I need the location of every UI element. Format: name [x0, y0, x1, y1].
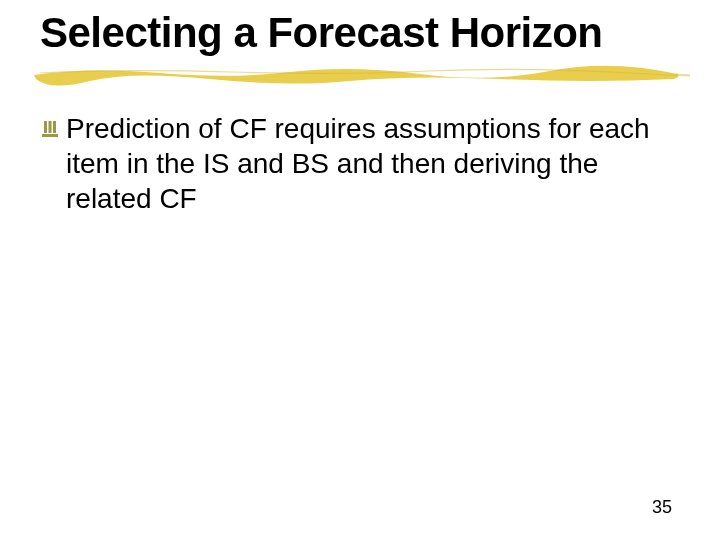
svg-rect-0	[44, 121, 47, 133]
svg-rect-3	[42, 134, 58, 137]
title-underline	[40, 67, 680, 87]
dingbat-bullet-icon	[40, 115, 64, 143]
page-number: 35	[652, 497, 672, 518]
slide: Selecting a Forecast Horizon Prediction …	[0, 0, 720, 540]
slide-title: Selecting a Forecast Horizon	[40, 10, 680, 55]
svg-rect-2	[53, 121, 56, 133]
svg-rect-1	[49, 121, 52, 133]
list-item-text: Prediction of CF requires assumptions fo…	[66, 111, 680, 216]
list-item: Prediction of CF requires assumptions fo…	[40, 111, 680, 216]
brush-underline-icon	[30, 61, 690, 87]
bullet-list: Prediction of CF requires assumptions fo…	[40, 111, 680, 216]
